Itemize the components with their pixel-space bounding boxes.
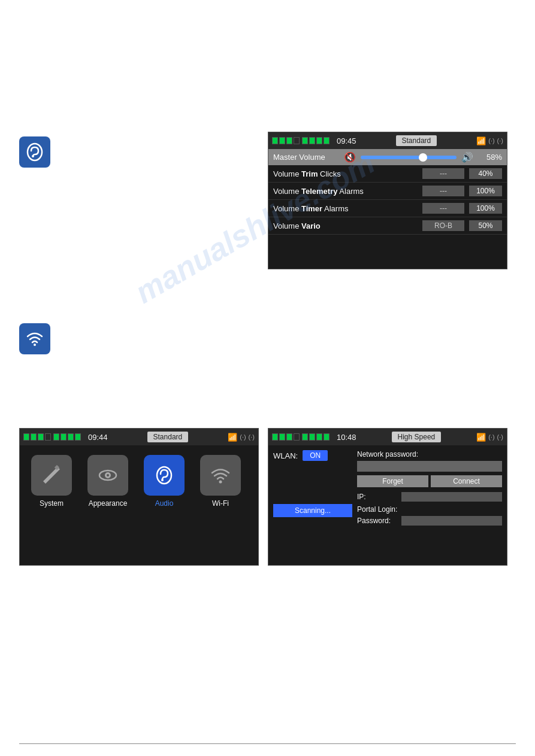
settings-wifi-icon: 📶	[228, 433, 237, 442]
settings-battery-2	[53, 433, 81, 441]
volume-timer-row: Volume Timer Alarms --- 100%	[268, 200, 507, 217]
antenna-icon-2: (·)	[497, 137, 503, 144]
wifi-screenshot: 10:48 High Speed 📶 (·) (·) WLAN: ON Scan…	[268, 428, 507, 566]
wifi-icon-box	[200, 455, 241, 496]
audio-section-icon	[19, 136, 50, 168]
svg-point-1	[32, 155, 34, 157]
settings-status-bar: 09:44 Standard 📶 (·) (·)	[20, 429, 258, 445]
audio-menu-label: Audio	[155, 499, 174, 508]
ip-label: IP:	[357, 493, 399, 501]
wifi-left-panel: WLAN: ON Scanning...	[273, 450, 357, 529]
volume-slider-thumb[interactable]	[419, 153, 427, 162]
wlan-status: ON	[303, 450, 328, 461]
wifi-large-icon	[25, 329, 44, 348]
battery-seg-1	[272, 137, 278, 144]
password-input[interactable]	[401, 516, 502, 526]
volume-telemetry-mid: ---	[422, 186, 464, 196]
volume-trim-row: Volume Trim Clicks --- 40%	[268, 165, 507, 183]
forget-button[interactable]: Forget	[357, 475, 428, 487]
bottom-divider	[19, 743, 516, 744]
password-label: Password:	[357, 517, 399, 525]
antenna-icon-1: (·)	[488, 137, 494, 144]
settings-time: 09:44	[88, 433, 108, 442]
battery2-seg-2	[309, 137, 315, 144]
portal-login-label: Portal Login:	[357, 505, 502, 514]
network-password-input[interactable]	[357, 461, 502, 472]
wifi-battery-1	[272, 433, 300, 441]
audio-ear-icon	[153, 464, 175, 486]
settings-battery-1	[23, 433, 51, 441]
scanning-button[interactable]: Scanning...	[273, 504, 352, 517]
settings-appearance-item[interactable]: Appearance	[81, 455, 135, 508]
appearance-label: Appearance	[89, 499, 128, 508]
wrench-icon	[41, 464, 62, 486]
network-password-label: Network password:	[357, 450, 502, 459]
appearance-icon-box	[87, 455, 128, 496]
wifi-status-bar: 10:48 High Speed 📶 (·) (·)	[268, 429, 507, 445]
wifi-ant-2: (·)	[497, 433, 503, 441]
system-label: System	[40, 499, 64, 508]
volume-telemetry-label: Volume Telemetry Alarms	[273, 187, 422, 196]
status-right: 📶 (·) (·)	[476, 136, 503, 145]
system-icon-box	[31, 455, 72, 496]
battery2-seg-1	[302, 137, 308, 144]
ear-icon	[25, 142, 44, 162]
wifi-mode-badge: High Speed	[392, 432, 442, 442]
connect-button[interactable]: Connect	[431, 475, 502, 487]
settings-ant-1: (·)	[240, 433, 246, 441]
wifi-section-icon	[19, 323, 50, 354]
battery-indicator-2	[302, 137, 330, 144]
wifi-time: 10:48	[337, 433, 356, 442]
audio-status-bar: 09:45 Standard 📶 (·) (·)	[268, 132, 507, 149]
ip-field-row: IP:	[357, 492, 502, 502]
settings-mode-badge: Standard	[147, 432, 189, 442]
eye-icon	[97, 464, 119, 486]
settings-screenshot: 09:44 Standard 📶 (·) (·) System	[19, 428, 259, 566]
wifi-menu-label: Wi-Fi	[212, 499, 229, 508]
settings-icons-grid: System Appearance Audio	[20, 445, 258, 517]
volume-trim-label: Volume Trim Clicks	[273, 169, 422, 178]
settings-system-item[interactable]: System	[25, 455, 78, 508]
battery-seg-4	[294, 137, 300, 144]
ip-input[interactable]	[401, 492, 502, 502]
password-field-row: Password:	[357, 516, 502, 526]
settings-status-left: 09:44	[23, 433, 108, 442]
master-volume-row: Master Volume 🔇 🔊 58%	[268, 149, 507, 165]
volume-timer-mid: ---	[422, 203, 464, 214]
svg-point-9	[219, 481, 222, 484]
volume-timer-label: Volume Timer Alarms	[273, 204, 422, 213]
wifi-menu-icon	[210, 464, 231, 486]
settings-status-right: 📶 (·) (·)	[228, 433, 255, 442]
settings-audio-item[interactable]: Audio	[137, 455, 191, 508]
battery-seg-2	[279, 137, 285, 144]
volume-slider[interactable]	[361, 156, 457, 159]
volume-timer-val: 100%	[469, 203, 502, 214]
wifi-content: WLAN: ON Scanning... Network password: F…	[268, 445, 507, 534]
wifi-ant-1: (·)	[488, 433, 494, 441]
audio-icon-box	[144, 455, 185, 496]
wlan-label: WLAN:	[273, 451, 298, 460]
svg-point-8	[161, 479, 164, 481]
volume-mute-icon: 🔇	[344, 151, 356, 163]
wifi-right-panel: Network password: Forget Connect IP: Por…	[357, 450, 502, 529]
volume-trim-mid: ---	[422, 168, 464, 179]
status-bar-left: 09:45	[272, 136, 356, 145]
wifi-status-right: 📶 (·) (·)	[476, 433, 503, 442]
audio-time: 09:45	[337, 136, 356, 145]
battery-seg-3	[286, 137, 292, 144]
volume-vario-row: Volume Vario RO-B 50%	[268, 217, 507, 235]
volume-telemetry-row: Volume Telemetry Alarms --- 100%	[268, 183, 507, 200]
battery2-seg-4	[324, 137, 330, 144]
wifi-status-icon: 📶	[476, 136, 486, 145]
settings-wifi-item[interactable]: Wi-Fi	[194, 455, 247, 508]
audio-screenshot: 09:45 Standard 📶 (·) (·) Master Volume 🔇…	[268, 132, 507, 269]
audio-mode-badge: Standard	[396, 135, 437, 146]
volume-vario-mid: RO-B	[422, 220, 464, 231]
battery2-seg-3	[316, 137, 322, 144]
volume-vario-label: Volume Vario	[273, 221, 422, 230]
settings-ant-2: (·)	[249, 433, 255, 441]
wlan-row: WLAN: ON	[273, 450, 352, 461]
volume-trim-val: 40%	[469, 168, 502, 179]
battery-indicator	[272, 137, 300, 144]
wifi-button-row: Forget Connect	[357, 475, 502, 487]
